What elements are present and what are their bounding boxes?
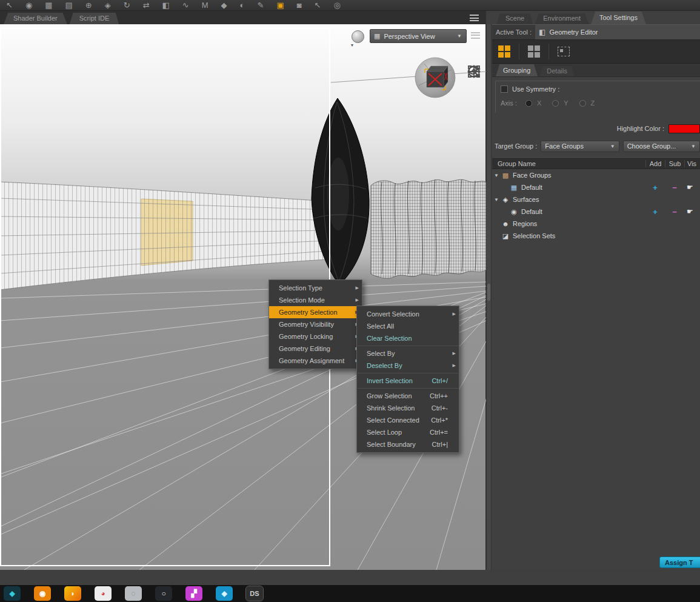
group-table-header: Group Name Add Sub Vis bbox=[492, 158, 700, 169]
camera-icon[interactable]: ◙ bbox=[297, 1, 302, 9]
menu-item-select-boundary[interactable]: Select BoundaryCtrl+| bbox=[357, 438, 459, 450]
viewport-pane-menu-icon[interactable] bbox=[471, 32, 480, 39]
tab-scene[interactable]: Scene bbox=[497, 13, 533, 24]
morphs-icon[interactable]: M bbox=[202, 1, 208, 9]
menu-item-select-by[interactable]: Select By bbox=[357, 347, 459, 360]
choose-group-dropdown[interactable]: Choose Group... ▼ bbox=[623, 141, 700, 152]
pane-menu-icon[interactable] bbox=[470, 15, 479, 21]
tree-label: Default bbox=[521, 184, 645, 191]
menu-item-geometry-editing[interactable]: Geometry Editing bbox=[269, 343, 362, 355]
subtract-from-group-button[interactable]: − bbox=[665, 207, 684, 216]
menu-item-shrink-selection[interactable]: Shrink SelectionCtrl+- bbox=[357, 402, 459, 414]
viewport[interactable]: ▦ Perspective View ▼ bbox=[0, 24, 486, 570]
rotate-icon[interactable]: ↻ bbox=[124, 1, 130, 9]
sphere-shade-icon[interactable]: ◐ bbox=[240, 1, 245, 9]
tree-row-face-groups[interactable]: ▼ ▩ Face Groups bbox=[492, 169, 700, 181]
tab-environment[interactable]: Environment bbox=[535, 13, 589, 24]
taskbar-app-console[interactable]: ◆ bbox=[4, 586, 21, 601]
cursor-icon[interactable]: ↖ bbox=[315, 1, 321, 9]
menu-item-geometry-visibility[interactable]: Geometry Visibility bbox=[269, 318, 362, 330]
menu-item-grow-selection[interactable]: Grow SelectionCtrl++ bbox=[357, 390, 459, 402]
tab-grouping[interactable]: Grouping bbox=[496, 64, 538, 76]
swap-icon[interactable]: ⇄ bbox=[143, 1, 150, 9]
add-to-group-button[interactable]: + bbox=[645, 207, 665, 216]
menu-item-select-connected[interactable]: Select ConnectedCtrl+* bbox=[357, 414, 459, 426]
chevron-down-icon: ▼ bbox=[457, 33, 462, 39]
axis-z-radio[interactable] bbox=[579, 100, 586, 107]
cube-icon[interactable]: ◈ bbox=[105, 1, 111, 9]
viewport-canvas[interactable] bbox=[0, 24, 486, 570]
frame-icon[interactable]: ▣ bbox=[276, 1, 284, 9]
pencil-icon[interactable]: ✎ bbox=[257, 1, 264, 9]
pane-splitter[interactable] bbox=[486, 24, 492, 570]
taskbar-app-white[interactable]: ◕ bbox=[95, 586, 112, 601]
axis-x-radio[interactable] bbox=[525, 100, 532, 107]
chevron-down-icon: ▼ bbox=[610, 144, 615, 149]
menu-item-clear-selection[interactable]: Clear Selection bbox=[357, 332, 459, 344]
tree-row-surfaces[interactable]: ▼ ◈ Surfaces bbox=[492, 193, 700, 206]
menu-item-selection-type[interactable]: Selection Type bbox=[269, 282, 362, 294]
surface-icon: ◉ bbox=[509, 208, 519, 216]
translate-icon[interactable]: ⊕ bbox=[85, 1, 92, 9]
chevron-down-icon: ▼ bbox=[691, 144, 696, 149]
camera-orb-icon[interactable] bbox=[352, 30, 364, 43]
taskbar-app-orange[interactable]: ◉ bbox=[34, 586, 51, 601]
taskbar-app-daz-studio[interactable]: DS bbox=[246, 586, 263, 601]
sword-grip[interactable] bbox=[371, 179, 486, 278]
tree-row-selection-sets[interactable]: ◪ Selection Sets bbox=[492, 230, 700, 242]
axis-y-radio[interactable] bbox=[552, 100, 559, 107]
menu-item-geometry-locking[interactable]: Geometry Locking bbox=[269, 330, 362, 343]
add-to-group-button[interactable]: + bbox=[645, 183, 665, 192]
taskbar-app-dark-ring[interactable]: ○ bbox=[155, 586, 172, 601]
menu-item-select-all[interactable]: Select All bbox=[357, 320, 459, 332]
view-selector-dropdown[interactable]: ▦ Perspective View ▼ bbox=[370, 29, 467, 43]
curve-icon[interactable]: ∿ bbox=[182, 1, 189, 9]
half-shade-icon[interactable]: ◧ bbox=[162, 1, 170, 9]
tree-row-regions[interactable]: ☻ Regions bbox=[492, 218, 700, 230]
assign-to-button[interactable]: Assign T bbox=[659, 557, 700, 568]
active-tool-selector[interactable]: ◧ Geometry Editor bbox=[535, 25, 700, 39]
pointer-icon[interactable]: ↖ bbox=[6, 1, 13, 9]
expander-icon[interactable]: ▼ bbox=[492, 197, 501, 202]
menu-item-convert-selection[interactable]: Convert Selection bbox=[357, 308, 459, 320]
lens-icon[interactable]: ◎ bbox=[333, 1, 340, 9]
subtract-from-group-button[interactable]: − bbox=[665, 183, 684, 192]
marquee-selection-icon[interactable] bbox=[558, 47, 570, 56]
tree-row-surfaces-default[interactable]: ◉ Default + − ☛ bbox=[492, 206, 700, 218]
paint-selection-icon[interactable] bbox=[498, 45, 510, 58]
highlight-color-swatch[interactable] bbox=[668, 124, 700, 133]
reset-view-icon[interactable] bbox=[467, 64, 481, 79]
taskbar-app-magenta[interactable]: ▞ bbox=[185, 586, 202, 601]
menu-separator bbox=[358, 388, 458, 389]
expander-icon[interactable]: ▼ bbox=[492, 173, 501, 178]
highlight-color-label: Highlight Color : bbox=[617, 125, 664, 132]
gizmo-axis-line bbox=[331, 72, 486, 82]
list-grid-icon[interactable]: ▤ bbox=[65, 1, 73, 9]
target-group-dropdown[interactable]: Face Groups ▼ bbox=[541, 141, 619, 152]
tab-details[interactable]: Details bbox=[539, 66, 575, 76]
menu-item-invert-selection[interactable]: Invert SelectionCtrl+/ bbox=[357, 375, 459, 387]
zoom-selection-icon[interactable] bbox=[528, 45, 540, 58]
mesh-grid-icon[interactable]: ▦ bbox=[45, 1, 52, 9]
visibility-toggle-icon[interactable]: ☛ bbox=[684, 183, 700, 192]
tab-script-ide[interactable]: Script IDE bbox=[70, 13, 119, 24]
use-symmetry-checkbox[interactable] bbox=[501, 85, 508, 93]
tree-row-face-groups-default[interactable]: ▦ Default + − ☛ bbox=[492, 181, 700, 193]
sword-blade[interactable] bbox=[0, 182, 327, 290]
taskbar-app-teal[interactable]: ◆ bbox=[216, 586, 233, 601]
taskbar-app-flame[interactable]: ◗ bbox=[64, 586, 81, 601]
menu-item-geometry-selection[interactable]: Geometry Selection bbox=[269, 306, 362, 318]
visibility-toggle-icon[interactable]: ☛ bbox=[684, 207, 700, 216]
splitter-handle[interactable] bbox=[487, 284, 490, 301]
target-icon[interactable]: ◉ bbox=[25, 1, 32, 9]
tab-shader-builder[interactable]: Shader Builder bbox=[4, 13, 67, 24]
menu-item-deselect-by[interactable]: Deselect By bbox=[357, 360, 459, 372]
tab-tool-settings[interactable]: Tool Settings bbox=[591, 12, 646, 24]
menu-item-geometry-assignment[interactable]: Geometry Assignment bbox=[269, 355, 362, 367]
menu-item-select-loop[interactable]: Select LoopCtrl+= bbox=[357, 426, 459, 438]
orientation-gizmo[interactable] bbox=[415, 58, 455, 98]
view-selector-label: Perspective View bbox=[384, 33, 457, 40]
menu-item-selection-mode[interactable]: Selection Mode bbox=[269, 294, 362, 306]
taskbar-app-gray[interactable]: ◌ bbox=[125, 586, 142, 601]
diamond-icon[interactable]: ◆ bbox=[221, 1, 227, 9]
